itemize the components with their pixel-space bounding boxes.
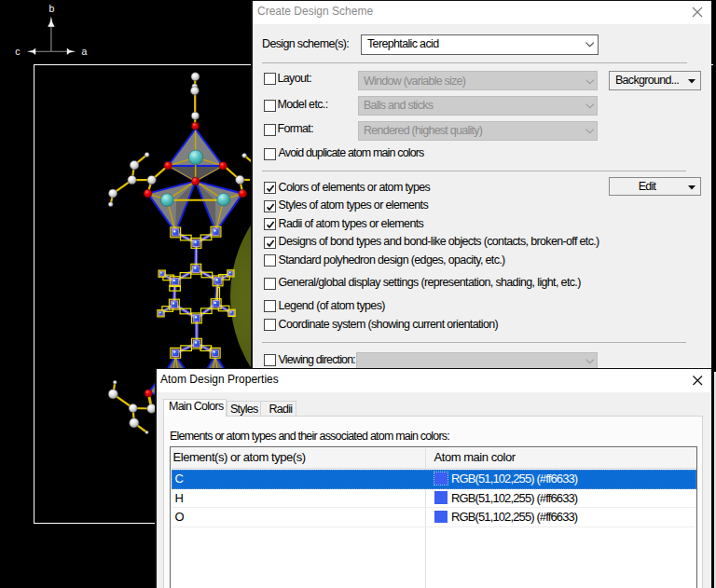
svg-text:a: a [82,46,88,57]
svg-text:c: c [15,46,20,57]
svg-text:b: b [48,3,54,14]
